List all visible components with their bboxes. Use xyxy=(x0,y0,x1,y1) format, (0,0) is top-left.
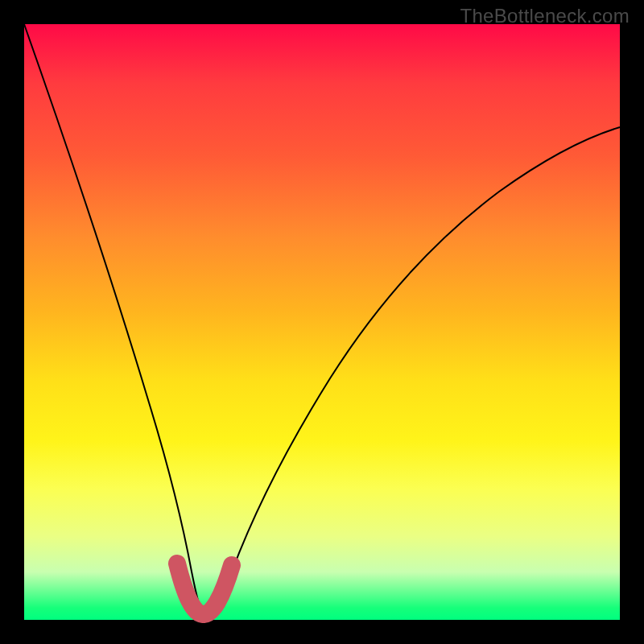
highlight-segment xyxy=(177,564,232,614)
plot-area xyxy=(24,24,620,620)
watermark-text: TheBottleneck.com xyxy=(460,5,630,27)
curve-svg xyxy=(24,24,620,620)
bottleneck-curve xyxy=(24,24,620,616)
outer-frame: TheBottleneck.com xyxy=(0,0,644,644)
